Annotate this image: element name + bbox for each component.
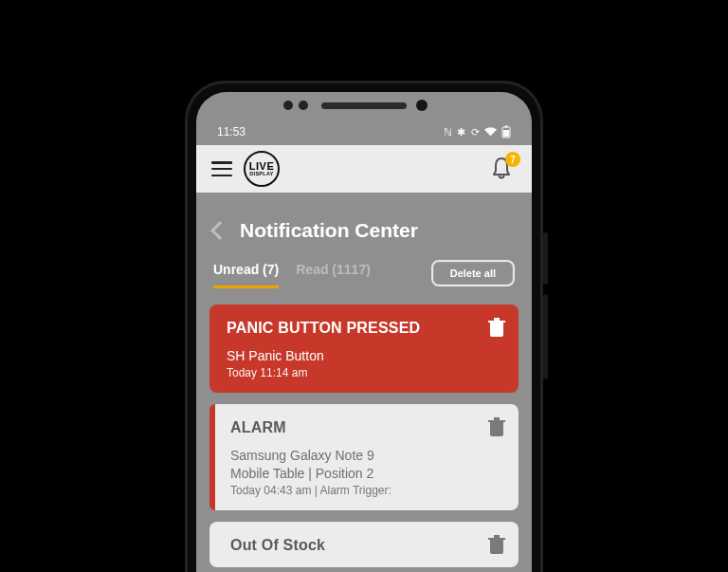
sensor-bar — [196, 92, 532, 119]
card-line: Samsung Galaxy Note 9 — [230, 448, 501, 463]
back-button[interactable] — [210, 221, 229, 240]
status-time: 11:53 — [217, 125, 246, 138]
hamburger-icon[interactable] — [211, 161, 232, 176]
phone-side-button — [543, 294, 548, 379]
notifications-button[interactable]: 7 — [490, 156, 517, 182]
notification-card-oos[interactable]: Out Of Stock — [209, 522, 519, 567]
delete-icon[interactable] — [488, 535, 505, 554]
tab-read[interactable]: Read (1117) — [296, 262, 371, 285]
nfc-icon: ℕ — [444, 126, 453, 138]
battery-icon — [501, 125, 511, 138]
notification-list[interactable]: PANIC BUTTON PRESSED SH Panic Button Tod… — [209, 304, 519, 572]
camera-dot — [416, 100, 428, 111]
bell-badge: 7 — [505, 152, 520, 167]
card-title: ALARM — [230, 419, 501, 436]
notification-card-alarm[interactable]: ALARM Samsung Galaxy Note 9 Mobile Table… — [209, 404, 519, 510]
card-line: Mobile Table | Position 2 — [230, 466, 501, 481]
delete-icon[interactable] — [488, 318, 505, 337]
card-title: Out Of Stock — [230, 537, 501, 554]
status-icons: ℕ ✱ ⟳ — [444, 125, 512, 138]
sync-icon: ⟳ — [471, 126, 481, 138]
phone-side-button — [543, 232, 548, 285]
wifi-icon — [484, 127, 497, 137]
page-title-row: Notification Center — [196, 210, 532, 251]
delete-icon[interactable] — [488, 417, 505, 436]
svg-rect-2 — [503, 130, 509, 137]
phone-frame: 11:53 ℕ ✱ ⟳ — [185, 81, 543, 572]
svg-rect-1 — [505, 126, 508, 128]
status-bar: 11:53 ℕ ✱ ⟳ — [196, 119, 532, 145]
card-line: SH Panic Button — [227, 348, 501, 363]
app-logo[interactable]: LIVE DISPLAY — [244, 151, 280, 187]
phone-screen: 11:53 ℕ ✱ ⟳ — [196, 92, 532, 572]
card-timestamp: Today 04:43 am | Alarm Trigger: — [230, 484, 501, 497]
delete-all-button[interactable]: Delete all — [431, 260, 515, 286]
logo-line2: DISPLAY — [249, 172, 273, 177]
sensor-dot — [299, 101, 308, 110]
notification-card-panic[interactable]: PANIC BUTTON PRESSED SH Panic Button Tod… — [209, 304, 519, 393]
tabs-row: Unread (7) Read (1117) Delete all — [196, 255, 532, 291]
card-timestamp: Today 11:14 am — [227, 366, 501, 379]
sensor-dot — [283, 101, 293, 110]
bluetooth-icon: ✱ — [457, 126, 466, 138]
speaker-grille — [321, 102, 407, 109]
page-title: Notification Center — [240, 219, 418, 242]
app-header: LIVE DISPLAY 7 — [196, 145, 532, 193]
card-title: PANIC BUTTON PRESSED — [227, 320, 501, 337]
tab-unread[interactable]: Unread (7) — [213, 262, 279, 285]
